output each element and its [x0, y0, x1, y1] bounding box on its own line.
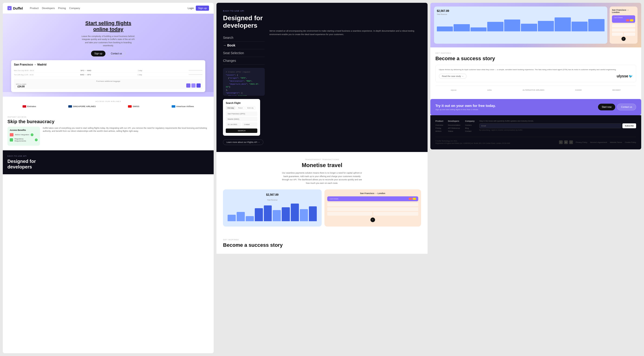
vc-number-field[interactable]: [612, 28, 635, 32]
story-section: GET INSPIRED Become a success story Ulys…: [430, 47, 641, 99]
facebook-icon[interactable]: f: [569, 140, 573, 144]
baggage-btn-1[interactable]: [186, 83, 190, 88]
footer-product-col: Product Overview Pricing Airlines: [436, 120, 443, 133]
bar-1: [228, 215, 236, 221]
search-tab-return[interactable]: Return: [236, 106, 244, 110]
vc-route: San Francisco → London: [612, 9, 635, 14]
start-now-button[interactable]: Start now: [598, 104, 615, 110]
search-button[interactable]: SEARCH: [226, 129, 257, 133]
baggage-btn-3[interactable]: [196, 83, 201, 88]
vc-cvv-field[interactable]: [624, 33, 635, 36]
monetise-description: Our seamless payments solution means the…: [280, 171, 364, 185]
contact-us-button[interactable]: Contact us: [617, 104, 636, 110]
flight-date-2: Tue 12th Aug 11:05 - 18:32: [14, 74, 34, 76]
vc-card-icon-1: [626, 19, 629, 21]
nav-product[interactable]: Product: [30, 7, 39, 10]
footer-product-pricing[interactable]: Pricing: [436, 127, 443, 129]
subscribe-row: Subscribe: [479, 123, 636, 128]
mini-bar-3: [470, 28, 487, 31]
flight-card: San Francisco → Madrid Mon 21st July 08:…: [11, 60, 205, 92]
footer-dev-api[interactable]: API Reference: [448, 127, 460, 129]
vc-chart-card: $2,567.89 Total Revenue: [434, 7, 607, 44]
vc-booking-card: San Francisco → London Card Details ✓: [610, 7, 638, 44]
baggage-btn-2[interactable]: [191, 83, 196, 88]
column-1: ▲ Duffel Product Developers Pricing Comp…: [3, 3, 214, 353]
linkedin-icon[interactable]: in: [564, 140, 568, 144]
email-subscribe-input[interactable]: [479, 123, 622, 128]
dark-dev-section-col1: EASY-TO-USE API Designed for developers: [3, 150, 214, 174]
vc-name-field[interactable]: [612, 24, 635, 28]
navbar: ▲ Duffel Product Developers Pricing Comp…: [3, 3, 214, 14]
expiry-field[interactable]: [327, 212, 372, 216]
learn-more-button[interactable]: Learn more about our Flights API →: [223, 139, 263, 145]
nav-developers[interactable]: Developers: [42, 7, 55, 10]
singapore-icon: [68, 105, 72, 108]
dev-left: Search → Book Seat Selection Changes # C…: [223, 29, 265, 145]
footer-dev-status[interactable]: Status: [448, 130, 460, 132]
partner-mitio: mitio: [487, 89, 492, 91]
monetise-title: Monetise travel: [223, 162, 421, 168]
vc-card-section: Card Details: [612, 15, 635, 23]
footer-subscribe-text: Stay in the know with quarterly Duffel u…: [479, 120, 636, 122]
services-agreement-link[interactable]: Service's Agreement: [590, 141, 607, 143]
passengers-field[interactable]: 1 Adult: [242, 122, 257, 127]
access-card: Access Benefits Airline Integration ✓ Re…: [8, 127, 40, 146]
airlines-label: ACCESS OUR AIRLINES: [8, 100, 209, 103]
footer-subscribe-col: Stay in the know with quarterly Duffel u…: [479, 120, 636, 133]
hero-section: Start selling flights online today Leave…: [3, 14, 214, 92]
search-tab-multi[interactable]: Multi-city: [246, 106, 255, 110]
read-case-button[interactable]: Read the case study →: [439, 74, 467, 79]
signup-button[interactable]: Sign up: [196, 6, 209, 11]
footer: Product Overview Pricing Airlines Develo…: [430, 115, 641, 149]
footer-company-careers[interactable]: Careers: [465, 124, 474, 126]
footer-developers-col: Developers Documentation API Reference S…: [448, 120, 460, 133]
footer-product-airlines[interactable]: Airlines: [436, 130, 443, 132]
footer-company-contact[interactable]: Contact: [465, 130, 474, 132]
nav-pricing[interactable]: Pricing: [58, 7, 66, 10]
partners-row: ulysse mitio ALTERNATIVE AIRLINES CASKE …: [436, 86, 636, 94]
subscribe-button[interactable]: Subscribe: [622, 123, 636, 128]
airlines-section: ACCESS OUR AIRLINES Emirates SINGAPORE A…: [3, 97, 214, 111]
search-card-title: Search Flight: [226, 102, 257, 104]
privacy-policy-link[interactable]: Privacy Policy: [576, 141, 587, 143]
mini-bar-9: [572, 22, 588, 31]
payment-confirm-button[interactable]: ✓: [370, 217, 375, 222]
website-terms-link[interactable]: Website Terms: [610, 141, 622, 143]
cookie-policy-link[interactable]: Cookie Policy: [625, 141, 636, 143]
hero-buttons: Sign up Contact us: [8, 51, 209, 57]
depart-field[interactable]: 21 Jul 2021: [226, 122, 241, 127]
footer-product-overview[interactable]: Overview: [436, 124, 443, 126]
dev-nav-changes[interactable]: Changes: [223, 57, 265, 65]
logo[interactable]: ▲ Duffel: [8, 6, 23, 10]
card-number-field[interactable]: [327, 207, 418, 211]
vc-confirm-button[interactable]: ✓: [622, 37, 626, 41]
flight-row-1: Mon 21st July 08:05 - 08:10 SFO → MAD 1 …: [14, 69, 202, 73]
hero-signup-button[interactable]: Sign up: [91, 51, 106, 57]
vc-label: Total Revenue: [437, 14, 604, 15]
baggage-label: Purchase additional baggage: [16, 80, 201, 82]
search-tab-oneway[interactable]: One way: [226, 106, 236, 110]
nav-right: Login Sign up: [188, 6, 209, 11]
search-fields: San Francisco (SFO) Madrid (MAD) 21 Jul …: [226, 112, 257, 127]
mini-chart: [437, 18, 604, 31]
origin-field[interactable]: San Francisco (SFO): [226, 112, 257, 116]
dev-content: Search → Book Seat Selection Changes # C…: [223, 29, 421, 145]
dev-nav-seat-selection[interactable]: Seat Selection: [223, 49, 265, 57]
destination-field[interactable]: Madrid (MAD): [226, 117, 257, 121]
footer-grid: Product Overview Pricing Airlines Develo…: [436, 120, 636, 133]
success-label-col2: GET INSPIRED: [223, 239, 421, 241]
cardholder-field[interactable]: [327, 203, 418, 206]
vc-expiry-field[interactable]: [612, 33, 623, 36]
hero-contact-button[interactable]: Contact us: [107, 51, 126, 57]
twitter-icon[interactable]: t: [559, 140, 563, 144]
footer-company-blog[interactable]: Blog: [465, 127, 474, 129]
dev-nav-search[interactable]: Search: [223, 34, 265, 42]
vc-card-details: Card Details: [614, 17, 633, 18]
nav-company[interactable]: Company: [69, 7, 80, 10]
cvv-field[interactable]: [373, 212, 418, 216]
flight-stops-1: 1 stop: [138, 70, 142, 71]
footer-dev-docs[interactable]: Documentation: [448, 124, 460, 126]
dev-nav-book[interactable]: → Book: [223, 42, 265, 49]
login-button[interactable]: Login: [188, 7, 194, 10]
footer-company-col: Company Careers Blog Contact: [465, 120, 474, 133]
